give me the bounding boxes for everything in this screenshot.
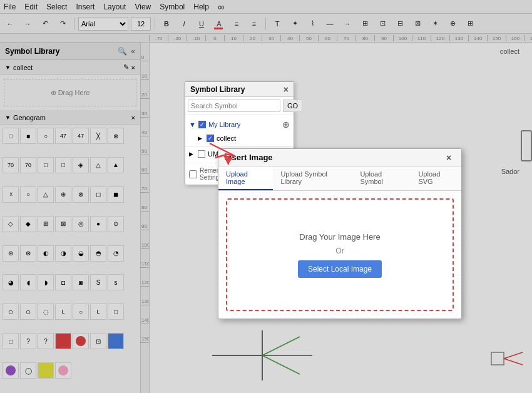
insert-image-dialog: Insert Image × Upload Image Upload Symbo… bbox=[218, 148, 462, 319]
red-arrow-indicator bbox=[207, 140, 244, 171]
tab-upload-symbol-library[interactable]: Upload Symbol Library bbox=[273, 166, 352, 190]
remember-checkbox[interactable] bbox=[189, 170, 197, 178]
tab-upload-symbol[interactable]: Upload Symbol bbox=[352, 166, 411, 190]
check-mylibrary[interactable]: ✓ bbox=[198, 121, 206, 128]
select-local-image-btn[interactable]: Select Local Image bbox=[298, 260, 382, 278]
dialog-close-btn[interactable]: × bbox=[442, 151, 455, 164]
sym-lib-item-mylibrary[interactable]: ▼ ✓ My Library ⊕ bbox=[185, 118, 294, 131]
sym-lib-search-btn[interactable]: GO bbox=[283, 100, 302, 112]
expand-icon: ▼ bbox=[189, 121, 196, 128]
sym-lib-title-bar: Symbol Library × bbox=[185, 82, 294, 97]
sym-lib-search-bar: GO bbox=[185, 97, 294, 115]
drop-zone-text: Drag Your Image Here bbox=[299, 232, 380, 242]
add-icon[interactable]: ⊕ bbox=[282, 120, 290, 130]
check-uml[interactable] bbox=[198, 150, 205, 158]
tab-upload-svg[interactable]: Upload SVG bbox=[411, 166, 461, 190]
dialog-body: Drag Your Image Here Or Select Local Ima… bbox=[218, 191, 461, 319]
svg-marker-9 bbox=[224, 155, 233, 164]
sym-lib-title: Symbol Library bbox=[190, 85, 245, 94]
drop-zone[interactable]: Drag Your Image Here Or Select Local Ima… bbox=[226, 198, 454, 311]
dialog-tabs: Upload Image Upload Symbol Library Uploa… bbox=[218, 166, 461, 191]
uml-expand-icon: ▶ bbox=[189, 151, 193, 157]
drop-zone-or: Or bbox=[335, 247, 344, 255]
collect-expand-icon: ▶ bbox=[198, 135, 202, 141]
sym-lib-close-icon[interactable]: × bbox=[284, 84, 289, 94]
label-mylibrary: My Library bbox=[208, 121, 240, 128]
sym-lib-search-input[interactable] bbox=[188, 100, 280, 112]
dialog-title-bar: Insert Image × bbox=[218, 149, 461, 166]
